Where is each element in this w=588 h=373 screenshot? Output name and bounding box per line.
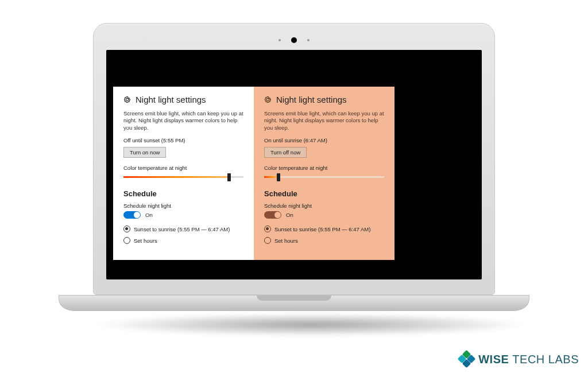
status-text: On until sunrise (6:47 AM) xyxy=(264,137,384,143)
gear-icon xyxy=(264,96,272,103)
turn-off-now-button[interactable]: Turn off now xyxy=(264,147,307,158)
radio-set-hours[interactable]: Set hours xyxy=(264,237,384,244)
turn-on-now-button[interactable]: Turn on now xyxy=(123,147,166,158)
brand-logo-icon xyxy=(459,351,475,367)
panel-title-row: Night light settings xyxy=(264,95,384,104)
panel-title-row: Night light settings xyxy=(123,95,243,104)
schedule-toggle-label: Schedule night light xyxy=(123,203,243,209)
schedule-toggle-label: Schedule night light xyxy=(264,203,384,209)
night-light-panel-off: Night light settings Screens emit blue l… xyxy=(113,87,254,260)
radio-icon xyxy=(123,237,130,244)
camera-lens xyxy=(291,37,297,43)
schedule-heading: Schedule xyxy=(264,189,384,198)
slider-thumb[interactable] xyxy=(277,173,280,181)
toggle-state-text: On xyxy=(286,212,293,218)
radio-sunset-to-sunrise[interactable]: Sunset to sunrise (5:55 PM — 6:47 AM) xyxy=(264,226,384,232)
slider-track xyxy=(264,176,384,178)
brand-watermark: WISE TECH LABS xyxy=(459,351,579,367)
schedule-toggle-row: On xyxy=(264,211,384,219)
camera-sensor-dot xyxy=(278,39,281,41)
status-text: Off until sunset (5:55 PM) xyxy=(123,137,243,143)
schedule-toggle-row: On xyxy=(123,211,243,219)
laptop-lid: Night light settings Screens emit blue l… xyxy=(93,23,495,295)
camera-row xyxy=(106,36,482,44)
night-light-panel-on: Night light settings Screens emit blue l… xyxy=(254,87,394,260)
radio-icon xyxy=(264,226,271,232)
color-temperature-slider[interactable] xyxy=(264,173,384,181)
brand-name-bold: WISE xyxy=(478,353,509,366)
page-title: Night light settings xyxy=(136,95,206,104)
laptop-screen: Night light settings Screens emit blue l… xyxy=(106,50,482,279)
laptop-base xyxy=(59,295,529,311)
gear-icon xyxy=(123,96,131,103)
radio-label: Sunset to sunrise (5:55 PM — 6:47 AM) xyxy=(134,226,230,232)
description-text: Screens emit blue light, which can keep … xyxy=(264,110,384,131)
schedule-toggle[interactable] xyxy=(264,211,281,219)
radio-set-hours[interactable]: Set hours xyxy=(123,237,243,244)
color-temperature-label: Color temperature at night xyxy=(123,165,243,171)
color-temperature-label: Color temperature at night xyxy=(264,165,384,171)
radio-label: Sunset to sunrise (5:55 PM — 6:47 AM) xyxy=(274,226,370,232)
radio-sunset-to-sunrise[interactable]: Sunset to sunrise (5:55 PM — 6:47 AM) xyxy=(123,226,243,232)
page-title: Night light settings xyxy=(276,95,347,104)
slider-fill xyxy=(123,176,229,178)
slider-thumb[interactable] xyxy=(227,173,231,181)
schedule-toggle[interactable] xyxy=(123,211,141,219)
radio-icon xyxy=(264,237,271,244)
radio-label: Set hours xyxy=(134,238,157,244)
description-text: Screens emit blue light, which can keep … xyxy=(123,110,243,131)
laptop-shadow xyxy=(93,313,529,336)
brand-name-thin: TECH LABS xyxy=(512,353,579,366)
toggle-state-text: On xyxy=(145,212,153,218)
laptop-mockup: Night light settings Screens emit blue l… xyxy=(93,23,495,336)
schedule-heading: Schedule xyxy=(123,189,243,198)
color-temperature-slider[interactable] xyxy=(123,173,243,181)
settings-panels: Night light settings Screens emit blue l… xyxy=(113,87,394,260)
camera-sensor-dot xyxy=(307,39,310,41)
radio-icon xyxy=(123,226,130,232)
radio-label: Set hours xyxy=(274,238,298,244)
